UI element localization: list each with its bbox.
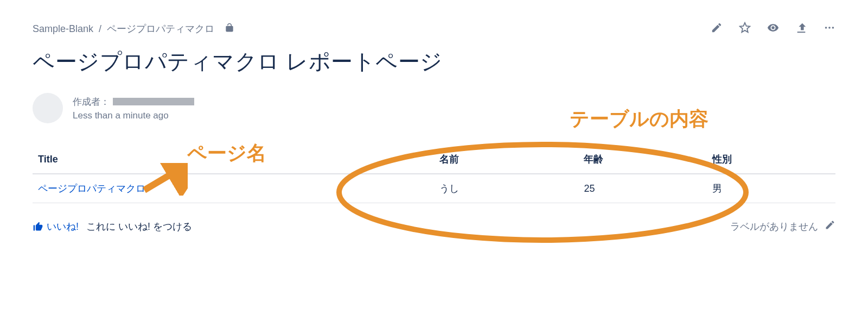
thumbs-up-icon [33, 221, 43, 232]
col-sex-header[interactable]: 性別 [707, 145, 835, 174]
like-button[interactable]: いいね! [33, 220, 79, 233]
author-label: 作成者： [73, 96, 110, 108]
report-table: Title 名前 年齢 性別 ページプロパティマクロ うし 25 男 [33, 145, 835, 203]
page-actions [711, 22, 835, 36]
timestamp: Less than a minute ago [73, 110, 194, 121]
table-header-row: Title 名前 年齢 性別 [33, 145, 835, 174]
share-icon[interactable] [795, 22, 807, 36]
breadcrumb: Sample-Blank / ページプロパティマクロ [33, 22, 235, 36]
edit-icon[interactable] [711, 22, 723, 36]
table-row: ページプロパティマクロ うし 25 男 [33, 174, 835, 203]
watch-icon[interactable] [767, 22, 779, 36]
like-section: いいね! これに いいね! をつける [33, 220, 192, 233]
more-icon[interactable] [824, 22, 835, 36]
author-info: 作成者： Less than a minute ago [73, 96, 194, 121]
cell-sex: 男 [707, 174, 835, 203]
page-link[interactable]: ページプロパティマクロ [38, 183, 145, 194]
labels-area: ラベルがありません [730, 219, 835, 233]
avatar[interactable] [33, 93, 63, 123]
cell-name: うし [434, 174, 578, 203]
page-title: ページプロパティマクロ レポートページ [33, 47, 835, 77]
breadcrumb-separator: / [99, 23, 101, 35]
col-title-header[interactable]: Title [33, 145, 434, 174]
star-icon[interactable] [739, 22, 751, 36]
breadcrumb-space[interactable]: Sample-Blank [33, 23, 93, 35]
like-label: いいね! [47, 220, 79, 233]
like-prompt: これに いいね! をつける [86, 220, 192, 233]
cell-age: 25 [578, 174, 707, 203]
col-name-header[interactable]: 名前 [434, 145, 578, 174]
author-name-redacted [113, 98, 194, 105]
col-age-header[interactable]: 年齢 [578, 145, 707, 174]
breadcrumb-parent[interactable]: ページプロパティマクロ [107, 22, 214, 35]
no-labels-text: ラベルがありません [730, 220, 818, 233]
unlock-icon[interactable] [224, 22, 235, 36]
edit-labels-icon[interactable] [825, 219, 835, 233]
svg-point-1 [828, 27, 831, 29]
author-row: 作成者： Less than a minute ago [33, 93, 835, 123]
svg-point-0 [825, 27, 827, 29]
top-bar: Sample-Blank / ページプロパティマクロ [33, 22, 835, 36]
svg-point-2 [832, 27, 834, 29]
footer-row: いいね! これに いいね! をつける ラベルがありません [33, 219, 835, 233]
